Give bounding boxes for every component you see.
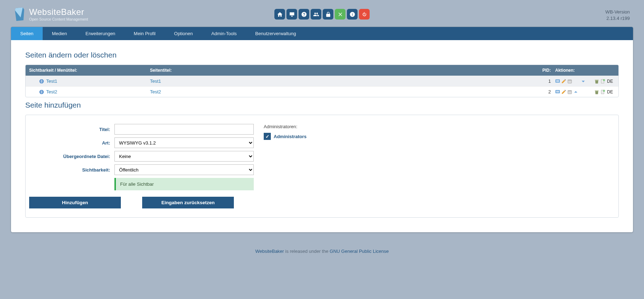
add-page-icon[interactable] [600, 79, 605, 84]
view-icon[interactable] [555, 89, 560, 94]
lang-label: DE [607, 79, 613, 84]
heading-add-page: Seite hinzufügen [25, 101, 619, 109]
tab-medien[interactable]: Medien [43, 27, 76, 40]
delete-icon[interactable] [594, 89, 599, 94]
main-panel: Seiten Medien Erweiterungen Mein Profil … [11, 27, 633, 233]
tab-optionen[interactable]: Optionen [165, 27, 202, 40]
pid-value: 2 [533, 89, 551, 94]
col-header-title: Seitentitel: [150, 68, 533, 73]
page-title-link[interactable]: Test2 [150, 89, 161, 94]
svg-rect-12 [568, 90, 572, 91]
add-button[interactable]: Hinzufügen [29, 197, 121, 208]
label-title: Titel: [29, 127, 114, 132]
add-page-icon[interactable] [600, 89, 605, 94]
info-icon[interactable] [347, 9, 358, 20]
tab-admintools[interactable]: Admin-Tools [202, 27, 246, 40]
edit-icon[interactable] [561, 79, 566, 84]
close-icon[interactable] [335, 9, 345, 20]
svg-rect-4 [568, 80, 572, 81]
calendar-icon[interactable] [567, 89, 572, 94]
col-header-visibility: Sichtbarkeit / Menütitel: [29, 68, 150, 73]
table-row: Test1 Test1 1 DE [26, 76, 618, 86]
page-menu-link[interactable]: Test1 [46, 78, 57, 84]
calendar-icon[interactable] [567, 79, 572, 84]
power-icon[interactable] [359, 9, 370, 20]
lang-label: DE [607, 89, 613, 94]
pages-table: Sichtbarkeit / Menütitel: Seitentitel: P… [25, 65, 619, 97]
tab-bar: Seiten Medien Erweiterungen Mein Profil … [11, 27, 633, 40]
move-down-icon[interactable] [581, 79, 586, 84]
logo-icon [14, 7, 26, 21]
edit-icon[interactable] [561, 89, 566, 94]
visibility-select[interactable]: Öffentlich [114, 164, 254, 175]
administrators-checkbox[interactable] [264, 133, 271, 140]
header: WebsiteBaker Open Source Content Managem… [0, 0, 644, 27]
tab-seiten[interactable]: Seiten [11, 27, 43, 40]
visibility-hint: Für alle Sichtbar [114, 178, 254, 190]
title-input[interactable] [114, 124, 254, 135]
label-type: Art: [29, 140, 114, 146]
footer-product-link[interactable]: WebsiteBaker [255, 249, 284, 254]
users-icon[interactable] [311, 9, 321, 20]
icon-bar [274, 9, 370, 20]
svg-rect-5 [595, 80, 599, 80]
label-parent: Übergeordnete Datei: [29, 154, 114, 159]
type-select[interactable]: WYSIWYG v3.1.2 [114, 137, 254, 148]
administrators-group: Administrators [274, 134, 306, 139]
parent-select[interactable]: Keine [114, 151, 254, 162]
tab-profil[interactable]: Mein Profil [124, 27, 165, 40]
logo-main: WebsiteBaker [29, 7, 88, 17]
footer-license-link[interactable]: GNU General Public License [330, 249, 389, 254]
table-row: Test2 Test2 2 DE [26, 86, 618, 97]
administrators-label: Administratoren: [264, 124, 615, 129]
view-icon[interactable] [555, 79, 560, 84]
version-info: WB-Version 2.13.4 r199 [605, 9, 630, 22]
help-icon[interactable] [299, 9, 309, 20]
globe-icon [39, 79, 44, 84]
page-menu-link[interactable]: Test2 [46, 89, 57, 94]
page-title-link[interactable]: Test1 [150, 78, 161, 84]
lock-icon[interactable] [323, 9, 333, 20]
logo: WebsiteBaker Open Source Content Managem… [14, 7, 88, 21]
svg-rect-10 [556, 91, 559, 92]
move-up-icon[interactable] [573, 89, 578, 94]
home-icon[interactable] [274, 9, 285, 20]
svg-rect-13 [595, 90, 599, 91]
label-visibility: Sichtbarkeit: [29, 167, 114, 173]
add-page-form: Titel: Art: WYSIWYG v3.1.2 Übergeordnete… [25, 115, 619, 218]
col-header-actions: Aktionen: [551, 68, 615, 73]
tab-benutzer[interactable]: Benutzerverwaltung [246, 27, 305, 40]
tab-erweiterungen[interactable]: Erweiterungen [76, 27, 125, 40]
heading-page-list: Seiten ändern oder löschen [25, 51, 619, 59]
reset-button[interactable]: Eingaben zurücksetzen [142, 197, 234, 208]
globe-icon [39, 89, 44, 94]
footer: WebsiteBaker is released under the GNU G… [0, 243, 644, 259]
monitor-icon[interactable] [286, 9, 297, 20]
svg-rect-2 [556, 80, 559, 82]
delete-icon[interactable] [594, 79, 599, 84]
logo-sub: Open Source Content Management [29, 17, 88, 21]
col-header-pid: PID: [533, 68, 551, 73]
pid-value: 1 [533, 78, 551, 84]
